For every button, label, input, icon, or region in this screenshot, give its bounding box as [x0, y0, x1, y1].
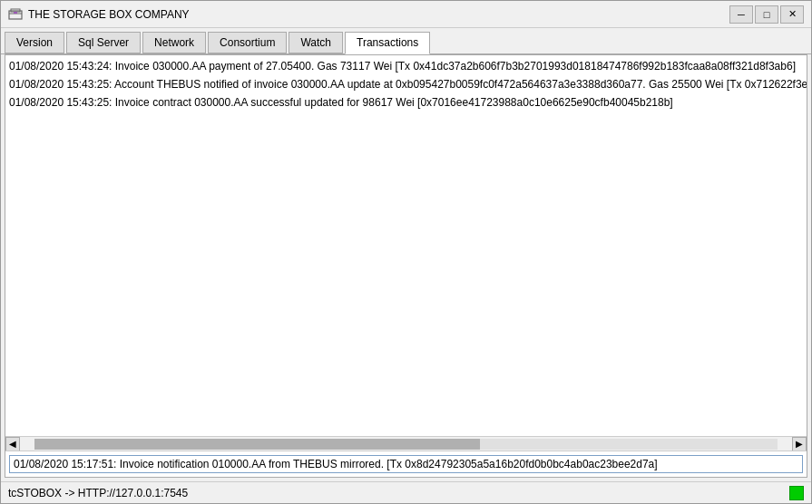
minimize-button[interactable]: ─ [729, 5, 753, 24]
transaction-input[interactable] [9, 455, 803, 473]
tab-consortium[interactable]: Consortium [208, 32, 287, 53]
log-item: 01/08/2020 15:43:24: Invoice 030000.AA p… [5, 57, 807, 75]
tab-transactions[interactable]: Transactions [345, 32, 430, 54]
log-item: 01/08/2020 15:43:25: Account THEBUS noti… [5, 75, 807, 93]
window-controls: ─ □ ✕ [729, 5, 804, 24]
horizontal-scrollbar[interactable]: ◀ ▶ [5, 436, 807, 451]
status-text: tcSTOBOX -> HTTP://127.0.0.1:7545 [8, 487, 188, 499]
status-indicator [789, 486, 804, 500]
app-icon [8, 7, 23, 22]
log-item: 01/08/2020 15:43:25: Invoice contract 03… [5, 93, 807, 111]
scroll-left-arrow[interactable]: ◀ [5, 437, 20, 451]
scrollbar-thumb[interactable] [34, 439, 480, 450]
status-bar: tcSTOBOX -> HTTP://127.0.0.1:7545 [1, 481, 811, 503]
input-area [5, 451, 807, 477]
tab-bar: Version Sql Server Network Consortium Wa… [1, 28, 811, 54]
close-button[interactable]: ✕ [780, 5, 804, 24]
scroll-right-arrow[interactable]: ▶ [792, 437, 807, 451]
window-title: THE STORAGE BOX COMPANY [28, 8, 729, 21]
tab-version[interactable]: Version [5, 32, 64, 53]
main-window: THE STORAGE BOX COMPANY ─ □ ✕ Version Sq… [0, 0, 812, 504]
maximize-button[interactable]: □ [755, 5, 778, 24]
title-bar: THE STORAGE BOX COMPANY ─ □ ✕ [1, 1, 811, 28]
log-list[interactable]: 01/08/2020 15:43:24: Invoice 030000.AA p… [5, 55, 807, 436]
svg-rect-3 [14, 12, 17, 14]
tab-sql-server[interactable]: Sql Server [66, 32, 141, 53]
scrollbar-track[interactable] [34, 439, 778, 450]
content-area: 01/08/2020 15:43:24: Invoice 030000.AA p… [5, 54, 807, 478]
tab-watch[interactable]: Watch [289, 32, 343, 53]
tab-network[interactable]: Network [142, 32, 206, 53]
